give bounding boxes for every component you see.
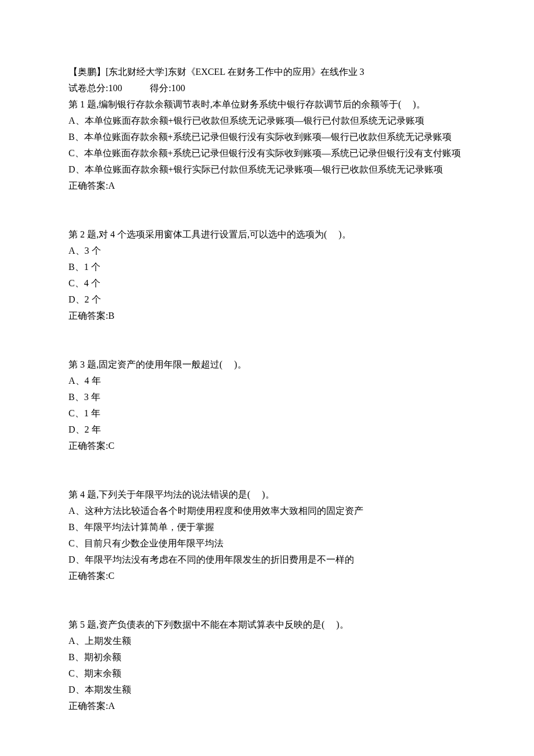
- question-stem: 第 5 题,资产负债表的下列数据中不能在本期试算表中反映的是( )。: [68, 617, 466, 633]
- question-stem: 第 1 题,编制银行存款余额调节表时,本单位财务系统中银行存款调节后的余额等于(…: [68, 96, 466, 113]
- score-line: 试卷总分:100得分:100: [68, 80, 466, 96]
- option-a: A、这种方法比较适合各个时期使用程度和使用效率大致相同的固定资产: [68, 503, 466, 519]
- question-stem: 第 3 题,固定资产的使用年限一般超过( )。: [68, 357, 466, 373]
- option-c: C、4 个: [68, 275, 466, 291]
- option-d: D、2 个: [68, 291, 466, 308]
- obtained-score: 得分:100: [150, 83, 185, 93]
- option-c: C、1 年: [68, 405, 466, 422]
- option-b: B、本单位账面存款余额+系统已记录但银行没有实际收到账项—银行已收款但系统无记录…: [68, 129, 466, 145]
- option-b: B、3 年: [68, 389, 466, 405]
- option-c: C、本单位账面存款余额+系统已记录但银行没有实际收到账项—系统已记录但银行没有支…: [68, 145, 466, 161]
- total-score: 试卷总分:100: [68, 83, 122, 93]
- option-d: D、本单位账面存款余额+银行实际已付款但系统无记录账项—银行已收款但系统无记录账…: [68, 161, 466, 178]
- question-stem: 第 4 题,下列关于年限平均法的说法错误的是( )。: [68, 487, 466, 503]
- answer: 正确答案:A: [68, 178, 466, 194]
- option-b: B、年限平均法计算简单，便于掌握: [68, 519, 466, 535]
- answer: 正确答案:C: [68, 568, 466, 584]
- option-d: D、年限平均法没有考虑在不同的使用年限发生的折旧费用是不一样的: [68, 552, 466, 568]
- answer: 正确答案:B: [68, 308, 466, 324]
- question-3: 第 3 题,固定资产的使用年限一般超过( )。 A、4 年 B、3 年 C、1 …: [68, 357, 466, 454]
- option-b: B、1 个: [68, 259, 466, 275]
- option-c: C、期末余额: [68, 665, 466, 682]
- option-a: A、3 个: [68, 243, 466, 259]
- option-a: A、本单位账面存款余额+银行已收款但系统无记录账项—银行已付款但系统无记录账项: [68, 113, 466, 129]
- option-b: B、期初余额: [68, 649, 466, 665]
- option-d: D、本期发生额: [68, 682, 466, 698]
- option-a: A、上期发生额: [68, 633, 466, 649]
- option-d: D、2 年: [68, 422, 466, 438]
- question-5: 第 5 题,资产负债表的下列数据中不能在本期试算表中反映的是( )。 A、上期发…: [68, 617, 466, 714]
- question-2: 第 2 题,对 4 个选项采用窗体工具进行设置后,可以选中的选项为( )。 A、…: [68, 226, 466, 324]
- answer: 正确答案:C: [68, 438, 466, 454]
- option-c: C、目前只有少数企业使用年限平均法: [68, 535, 466, 552]
- question-1: 第 1 题,编制银行存款余额调节表时,本单位财务系统中银行存款调节后的余额等于(…: [68, 96, 466, 194]
- answer: 正确答案:A: [68, 698, 466, 714]
- question-stem: 第 2 题,对 4 个选项采用窗体工具进行设置后,可以选中的选项为( )。: [68, 226, 466, 243]
- question-4: 第 4 题,下列关于年限平均法的说法错误的是( )。 A、这种方法比较适合各个时…: [68, 487, 466, 584]
- page-title: 【奥鹏】[东北财经大学]东财《EXCEL 在财务工作中的应用》在线作业 3: [68, 64, 466, 80]
- option-a: A、4 年: [68, 373, 466, 389]
